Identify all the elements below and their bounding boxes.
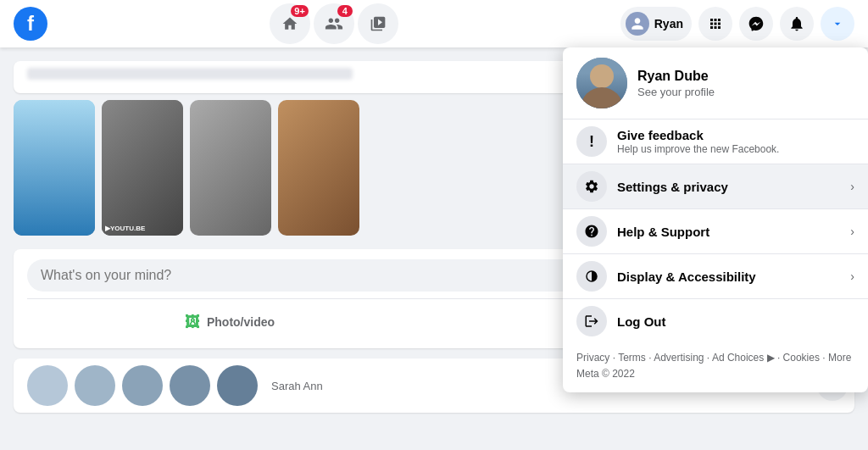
display-icon (576, 261, 607, 292)
person-avatar[interactable] (170, 365, 210, 406)
story-card[interactable] (14, 100, 95, 236)
logout-item[interactable]: Log Out (563, 299, 868, 343)
facebook-logo: f (14, 7, 47, 41)
main-content: ▶YOUTU.BE › 🖼 Photo/video (0, 47, 868, 450)
nav-user-avatar (626, 12, 649, 36)
display-chevron-icon: › (850, 269, 854, 283)
help-title: Help & Support (617, 225, 840, 239)
feedback-subtitle: Help us improve the new Facebook. (617, 143, 854, 155)
grid-menu-button[interactable] (698, 7, 732, 41)
dropdown-profile-link[interactable]: Ryan Dube See your profile (563, 47, 868, 119)
feedback-title: Give feedback (617, 128, 854, 142)
youtube-badge: ▶YOUTU.BE (105, 225, 145, 232)
feedback-icon: ! (576, 126, 607, 157)
home-badge: 9+ (291, 5, 309, 17)
display-text: Display & Accessibility (617, 269, 840, 284)
profile-info: Ryan Dube See your profile (637, 69, 854, 98)
account-dropdown-menu: Ryan Dube See your profile ! Give feedba… (563, 47, 868, 392)
photo-video-label: Photo/video (207, 315, 275, 329)
blur-line (27, 68, 353, 80)
navbar: f 9+ 4 (0, 0, 868, 47)
settings-title: Settings & privacy (617, 180, 840, 194)
settings-privacy-item[interactable]: Settings & privacy › (563, 164, 868, 209)
profile-subtitle: See your profile (637, 86, 854, 98)
sarah-ann-label: Sarah Ann (271, 380, 323, 392)
person-avatar[interactable] (217, 365, 258, 406)
story-card[interactable] (190, 100, 271, 236)
navbar-right: Ryan (620, 7, 854, 41)
user-profile-pill[interactable]: Ryan (620, 7, 692, 41)
navbar-center: 9+ 4 (270, 3, 398, 44)
help-icon (576, 216, 607, 247)
watch-nav-button[interactable] (358, 3, 398, 44)
logout-title: Log Out (617, 314, 854, 329)
home-nav-button[interactable]: 9+ (270, 3, 310, 44)
profile-name: Ryan Dube (637, 69, 854, 84)
avatar-body (581, 87, 623, 108)
person-avatar[interactable] (122, 365, 163, 406)
notifications-button[interactable] (780, 7, 814, 41)
messenger-button[interactable] (739, 7, 773, 41)
settings-chevron-icon: › (850, 180, 854, 193)
help-text: Help & Support (617, 225, 840, 239)
dropdown-footer: Privacy · Terms · Advertising · Ad Choic… (563, 343, 868, 392)
story-card[interactable] (278, 100, 359, 236)
footer-copyright: Meta © 2022 (576, 368, 635, 380)
photo-video-button[interactable]: 🖼 Photo/video (27, 306, 432, 338)
footer-advertising-link[interactable]: Advertising (654, 352, 704, 364)
avatar-head (590, 64, 614, 88)
avatar-image (576, 58, 627, 108)
friends-badge: 4 (337, 5, 353, 17)
footer-adchoices-link[interactable]: Ad Choices ▶ (712, 352, 775, 364)
settings-icon (576, 171, 607, 202)
person-avatar[interactable] (27, 365, 68, 406)
account-dropdown-button[interactable] (821, 7, 854, 41)
help-support-item[interactable]: Help & Support › (563, 209, 868, 254)
nav-user-name: Ryan (654, 17, 683, 31)
feedback-item[interactable]: ! Give feedback Help us improve the new … (563, 119, 868, 164)
settings-text: Settings & privacy (617, 180, 840, 194)
footer-terms-link[interactable]: Terms (618, 352, 646, 364)
logout-text: Log Out (617, 314, 854, 329)
display-accessibility-item[interactable]: Display & Accessibility › (563, 254, 868, 299)
profile-avatar (576, 58, 627, 108)
photo-icon: 🖼 (185, 314, 200, 331)
help-chevron-icon: › (850, 225, 854, 238)
friends-nav-button[interactable]: 4 (314, 3, 354, 44)
story-card[interactable]: ▶YOUTU.BE (102, 100, 183, 236)
display-title: Display & Accessibility (617, 269, 840, 284)
footer-cookies-link[interactable]: Cookies (783, 352, 820, 364)
logout-icon (576, 306, 607, 336)
navbar-left: f (14, 7, 47, 41)
person-avatar[interactable] (75, 365, 115, 406)
footer-more-link[interactable]: More (828, 352, 851, 364)
footer-privacy-link[interactable]: Privacy (576, 352, 609, 364)
feedback-text: Give feedback Help us improve the new Fa… (617, 128, 854, 155)
